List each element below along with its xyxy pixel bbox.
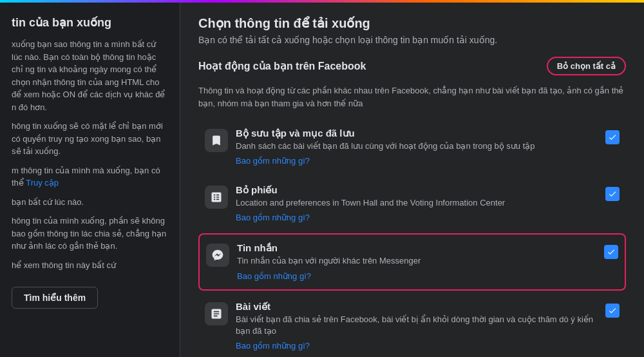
checkbox-posts[interactable] <box>605 304 620 318</box>
checkbox-area-voting[interactable] <box>605 187 620 201</box>
checkbox-messages[interactable] <box>604 245 618 259</box>
item-title-collection: Bộ sưu tập và mục đã lưu <box>236 128 598 139</box>
left-heading: tin của bạn xuống <box>12 15 168 30</box>
left-para-1: xuống bạn sao thông tin a mình bất cứ lú… <box>12 38 168 113</box>
item-content-voting: Bỏ phiếu Location and preferences in Tow… <box>236 184 598 223</box>
left-para-6: hể xem thông tin này bất cứ <box>12 259 168 272</box>
left-para-3: m thông tin của mình mà xuống, bạn có th… <box>12 164 168 189</box>
bookmark-icon <box>205 129 228 152</box>
section-desc: Thông tin và hoạt động từ các phần khác … <box>198 84 626 110</box>
item-content-messages: Tin nhắn Tin nhắn của bạn với người khác… <box>237 242 596 281</box>
item-link-messages[interactable]: Bao gồm những gì? <box>237 271 311 281</box>
access-link[interactable]: Truy cập <box>26 178 59 188</box>
page-title: Chọn thông tin để tải xuống <box>198 15 626 31</box>
item-title-voting: Bỏ phiếu <box>236 184 598 196</box>
item-row-voting: Bỏ phiếu Location and preferences in Tow… <box>198 177 626 231</box>
item-link-collection[interactable]: Bao gồm những gì? <box>236 156 310 166</box>
left-panel: tin của bạn xuống xuống bạn sao thông ti… <box>0 3 180 357</box>
item-title-posts: Bài viết <box>236 301 598 313</box>
page-subtitle: Bạn có thể tải tất cả xuống hoặc chọn lo… <box>198 35 626 45</box>
checkbox-area-posts[interactable] <box>605 304 620 318</box>
item-link-voting[interactable]: Bao gồm những gì? <box>236 213 310 222</box>
checkbox-area-collection[interactable] <box>605 130 620 144</box>
left-para-2: hông tin xuống sẽ có mặt lể chỉ bạn mới … <box>12 120 168 158</box>
item-desc-messages: Tin nhắn của bạn với người khác trên Mes… <box>237 255 596 267</box>
item-row-posts: Bài viết Bài viết bạn đã chia sẻ trên Fa… <box>198 293 626 357</box>
right-panel: Chọn thông tin để tải xuống Bạn có thể t… <box>180 3 644 357</box>
checkbox-voting[interactable] <box>605 187 620 201</box>
item-row-messages: Tin nhắn Tin nhắn của bạn với người khác… <box>198 233 626 290</box>
item-content-posts: Bài viết Bài viết bạn đã chia sẻ trên Fa… <box>236 301 598 351</box>
checkbox-area-messages[interactable] <box>604 245 618 259</box>
deselect-all-button[interactable]: Bỏ chọn tất cả <box>547 57 626 75</box>
left-para-4: bạn bất cứ lúc nào. <box>12 196 168 209</box>
item-desc-voting: Location and preferences in Town Hall an… <box>236 197 598 209</box>
top-bar <box>0 0 644 3</box>
items-container: Bộ sưu tập và mục đã lưu Danh sách các b… <box>198 120 626 357</box>
item-desc-posts: Bài viết bạn đã chia sẻ trên Facebook, b… <box>236 314 598 337</box>
item-row-collection: Bộ sưu tập và mục đã lưu Danh sách các b… <box>198 120 626 174</box>
messenger-icon <box>206 244 229 267</box>
left-para-5: hông tin của mình xuống, phần sẽ không b… <box>12 215 168 253</box>
item-desc-collection: Danh sách các bài viết bạn đã lưu cùng v… <box>236 140 598 152</box>
section-header: Hoạt động của bạn trên Facebook Bỏ chọn … <box>198 57 626 75</box>
post-icon <box>205 302 228 325</box>
section-title: Hoạt động của bạn trên Facebook <box>198 60 366 72</box>
learn-more-button[interactable]: Tìm hiểu thêm <box>12 287 98 309</box>
item-title-messages: Tin nhắn <box>237 242 596 254</box>
item-content-collection: Bộ sưu tập và mục đã lưu Danh sách các b… <box>236 128 598 166</box>
checkbox-collection[interactable] <box>605 130 620 144</box>
item-link-posts[interactable]: Bao gồm những gì? <box>236 341 310 351</box>
ballot-icon <box>205 186 228 209</box>
